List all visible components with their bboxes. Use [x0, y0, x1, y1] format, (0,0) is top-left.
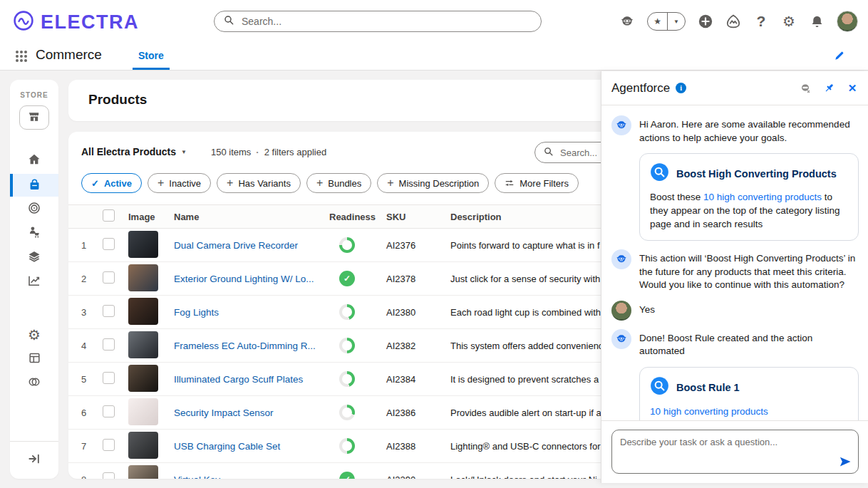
sidebar-expand-button[interactable]: [10, 442, 58, 479]
product-sku: AI2376: [386, 240, 450, 251]
readiness-indicator: [339, 338, 355, 353]
filter-pill-active[interactable]: ✓Active: [81, 173, 142, 193]
row-checkbox[interactable]: [103, 472, 115, 479]
row-number: 7: [81, 441, 103, 452]
list-view-selector[interactable]: All Electra Products ▼: [81, 146, 187, 157]
agentforce-panel: Agentforce i ✕ Hi Aaron. Here are some a…: [601, 71, 868, 483]
setup-gear-icon[interactable]: ⚙: [781, 14, 797, 29]
global-search-input[interactable]: [240, 15, 532, 28]
search-icon: [223, 14, 234, 28]
filter-pill-more-filters[interactable]: More Filters: [495, 173, 579, 193]
bot-avatar-icon: [611, 329, 631, 349]
filters-applied: 2 filters applied: [264, 147, 326, 157]
product-name-link[interactable]: Virtual Key: [174, 474, 329, 479]
filter-pill-has-variants[interactable]: +Has Variants: [217, 173, 301, 193]
products-link[interactable]: 10 high converting products: [650, 406, 768, 417]
agentforce-header: Agentforce i ✕: [601, 71, 868, 105]
product-sku: AI2384: [386, 374, 450, 385]
favorites-star-icon[interactable]: ★: [648, 13, 667, 30]
sidebar-item-pages[interactable]: [10, 348, 58, 370]
prompt-input[interactable]: [612, 430, 858, 473]
edit-pencil-icon[interactable]: [834, 50, 845, 61]
select-all-checkbox[interactable]: [103, 209, 115, 222]
user-avatar[interactable]: [837, 11, 858, 32]
store-sidebar: STORE ⚙: [10, 80, 58, 479]
sidebar-nav: [10, 150, 58, 295]
product-sku: AI2390: [386, 474, 450, 479]
agentforce-title: Agentforce: [611, 81, 670, 95]
plus-icon: +: [316, 177, 323, 190]
row-checkbox[interactable]: [103, 439, 115, 451]
sidebar-item-sync[interactable]: [10, 372, 58, 395]
readiness-indicator: [339, 304, 355, 320]
products-link[interactable]: 10 high converting products: [703, 192, 822, 202]
readiness-indicator: ✓: [339, 472, 355, 479]
sidebar-item-shoppers[interactable]: [10, 222, 58, 245]
product-name-link[interactable]: Illuminated Cargo Scuff Plates: [174, 374, 329, 385]
sidebar-item-target[interactable]: [10, 198, 58, 221]
boost-rule-card[interactable]: Boost Rule 1 10 high converting products…: [639, 367, 859, 420]
user-message-text: Yes: [639, 301, 655, 321]
send-icon[interactable]: [839, 455, 852, 468]
einstein-bot-icon[interactable]: [619, 14, 635, 29]
bot-message: This action will ‘Boost High Converting …: [611, 249, 859, 292]
row-checkbox[interactable]: [103, 271, 115, 284]
row-number: 5: [81, 374, 103, 385]
help-icon[interactable]: ?: [753, 14, 769, 29]
expand-arrow-icon: [27, 452, 41, 469]
recommendation-card[interactable]: Boost High Converting Products Boost the…: [639, 153, 859, 241]
check-icon: ✓: [91, 178, 99, 189]
bot-message: Hi Aaron. Here are some available recomm…: [611, 115, 859, 145]
filter-pill-inactive[interactable]: +Inactive: [148, 173, 211, 193]
row-checkbox[interactable]: [103, 238, 115, 250]
plus-icon: +: [387, 177, 393, 190]
product-name-link[interactable]: Security Impact Sensor: [174, 407, 329, 418]
row-checkbox[interactable]: [103, 338, 115, 351]
bot-avatar-icon: [611, 115, 631, 135]
app-window: ELECTRA ★ ▼ ? ⚙: [0, 0, 868, 488]
product-thumbnail: [128, 331, 158, 358]
column-sku: SKU: [386, 212, 450, 222]
product-name-link[interactable]: Dual Camera Drive Recorder: [174, 240, 329, 251]
waffle-icon[interactable]: [16, 51, 27, 62]
filter-pill-missing-description[interactable]: +Missing Description: [377, 173, 489, 193]
product-name-link[interactable]: Fog Lights: [174, 307, 329, 318]
favorites-dropdown-icon[interactable]: ▼: [667, 13, 685, 30]
linked-circles-icon: [27, 375, 41, 392]
readiness-indicator: [339, 405, 355, 420]
sidebar-item-home[interactable]: [10, 150, 58, 172]
product-thumbnail: [128, 264, 158, 291]
recommendation-card-body: Boost these 10 high converting products …: [650, 191, 848, 232]
bot-dismiss-icon[interactable]: [799, 82, 812, 95]
bot-message-text: Hi Aaron. Here are some available recomm…: [639, 115, 859, 145]
search-icon: [543, 146, 554, 160]
prompt-box[interactable]: [611, 430, 859, 474]
filter-pill-bundles[interactable]: +Bundles: [306, 173, 371, 193]
storefront-icon: [27, 110, 41, 126]
tab-store[interactable]: Store: [133, 43, 170, 70]
sidebar-item-products[interactable]: [10, 174, 58, 197]
close-icon[interactable]: ✕: [846, 82, 859, 95]
column-image: Image: [128, 212, 174, 222]
sidebar-item-catalogs[interactable]: [10, 246, 58, 269]
sidebar-item-analytics[interactable]: [10, 271, 58, 294]
product-name-link[interactable]: Frameless EC Auto-Dimming R...: [174, 341, 329, 351]
notifications-bell-icon[interactable]: [809, 14, 825, 29]
sidebar-item-settings[interactable]: ⚙: [10, 323, 58, 346]
product-name-link[interactable]: USB Charging Cable Set: [174, 441, 329, 452]
favorites-control[interactable]: ★ ▼: [647, 12, 686, 31]
product-thumbnail: [128, 365, 158, 392]
row-checkbox[interactable]: [103, 372, 115, 384]
trailhead-icon[interactable]: [725, 14, 741, 29]
analytics-chart-icon: [27, 274, 41, 291]
storefront-button[interactable]: [19, 105, 49, 130]
info-icon[interactable]: i: [676, 83, 686, 93]
global-search[interactable]: [214, 11, 542, 32]
products-bag-icon: [28, 177, 41, 194]
plus-icon: +: [227, 177, 233, 190]
product-name-link[interactable]: Exterior Ground Lighting W/ Lo...: [174, 274, 329, 284]
row-checkbox[interactable]: [103, 405, 115, 417]
add-icon[interactable]: [698, 14, 713, 29]
row-checkbox[interactable]: [103, 305, 115, 317]
pin-icon[interactable]: [822, 82, 835, 95]
